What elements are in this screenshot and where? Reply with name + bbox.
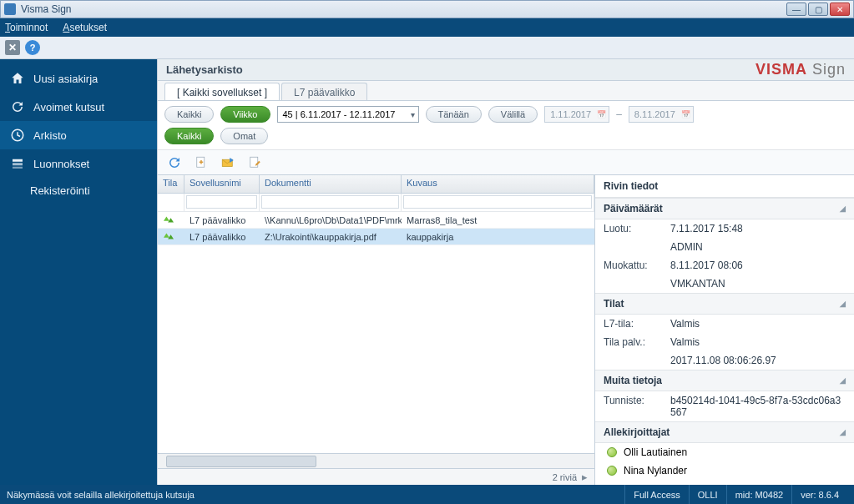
home-icon — [10, 71, 25, 86]
grid-filter-row — [158, 194, 594, 212]
value-muokattu-user: VMKANTAN — [670, 278, 846, 290]
value-tila-palv: Valmis — [670, 336, 846, 348]
menu-toiminnot[interactable]: Toiminnot — [5, 22, 48, 33]
filter-omat-button[interactable]: Omat — [220, 128, 268, 144]
maximize-button[interactable]: ▢ — [808, 3, 828, 16]
window-close-button[interactable]: ✕ — [830, 3, 850, 16]
minimize-button[interactable]: — — [786, 3, 806, 16]
toolstrip: ✕ ? — [0, 37, 854, 59]
label-muokattu: Muokattu: — [604, 260, 670, 271]
cell-desc: kauppakirja — [402, 232, 594, 242]
grid-body: L7 päävalikko \\Kannu\L6pro\Db\Data1\PDF… — [158, 212, 594, 453]
sidebar-item-luonnokset[interactable]: Luonnokset — [0, 149, 157, 178]
sidebar-item-avoimet-kutsut[interactable]: Avoimet kutsut — [0, 93, 157, 121]
date-to-input[interactable]: 8.11.2017 — [629, 106, 694, 123]
send-mail-button[interactable] — [218, 153, 238, 173]
svg-rect-6 — [250, 157, 258, 167]
content-area: Lähetysarkisto VISMA Sign [ Kaikki sovel… — [157, 59, 854, 485]
cell-desc: Marras8_tila_test — [402, 215, 594, 225]
section-header-paivamaarat[interactable]: Päivämäärät◢ — [595, 198, 854, 219]
brand-logo: VISMA Sign — [755, 61, 846, 78]
column-header-dokumentti[interactable]: Dokumentti — [260, 175, 402, 193]
tab-l7-paavalikko[interactable]: L7 päävalikko — [281, 83, 367, 100]
window-title: Visma Sign — [21, 3, 786, 15]
sidebar-item-arkisto[interactable]: Arkisto — [0, 121, 157, 149]
svg-rect-2 — [13, 163, 23, 165]
sidebar: Uusi asiakirja Avoimet kutsut Arkisto Lu… — [0, 59, 157, 485]
collapse-icon: ◢ — [840, 300, 846, 308]
status-version: ver: 8.6.4 — [791, 485, 847, 504]
status-bar: Näkymässä voit selailla allekirjoitettuj… — [0, 485, 854, 504]
filter-input-dokumentti[interactable] — [261, 195, 399, 209]
grid-footer: 2 riviä ▸ — [158, 468, 594, 485]
signer-name: Olli Lautiainen — [624, 446, 687, 458]
cell-doc: \\Kannu\L6pro\Db\Data1\PDF\mrkarhu4.p — [260, 215, 402, 225]
stack-icon — [10, 156, 25, 171]
app-icon — [4, 3, 16, 15]
filter-viikko-button[interactable]: Viikko — [220, 106, 270, 123]
filter-kaikki2-button[interactable]: Kaikki — [164, 128, 214, 144]
details-pane: Rivin tiedot Päivämäärät◢ Luotu: 7.11.20… — [595, 175, 854, 485]
document-plus-icon — [194, 155, 209, 170]
grid-horizontal-scrollbar[interactable] — [158, 453, 594, 468]
signer-row: Olli Lautiainen — [595, 443, 854, 461]
status-ok-icon — [163, 231, 174, 241]
sidebar-item-label: Arkisto — [33, 129, 67, 142]
new-document-button[interactable] — [191, 153, 211, 173]
section-header-muita[interactable]: Muita tietoja◢ — [595, 370, 854, 391]
sidebar-item-rekisterointi[interactable]: Rekisteröinti — [0, 178, 157, 204]
section-header-tilat[interactable]: Tilat◢ — [595, 293, 854, 315]
signer-row: Nina Nylander — [595, 461, 854, 480]
refresh-grid-button[interactable] — [164, 153, 184, 173]
filter-input-kuvaus[interactable] — [403, 195, 592, 209]
cell-app: L7 päävalikko — [184, 215, 260, 225]
refresh-icon — [167, 155, 182, 170]
filter-input-sovellusnimi[interactable] — [186, 195, 257, 209]
filter-valilla-button[interactable]: Välillä — [488, 106, 538, 123]
sidebar-item-label: Avoimet kutsut — [33, 101, 104, 113]
menubar: Toiminnot Asetukset — [0, 18, 854, 37]
close-tab-button[interactable]: ✕ — [5, 40, 20, 55]
label-luotu: Luotu: — [604, 223, 670, 234]
mail-send-icon — [220, 155, 235, 170]
filter-bar: Kaikki Viikko 45 | 6.11.2017 - 12.11.201… — [158, 101, 854, 150]
tabs: [ Kaikki sovellukset ] L7 päävalikko — [158, 81, 854, 101]
details-title: Rivin tiedot — [595, 175, 854, 198]
column-header-sovellusnimi[interactable]: Sovellusnimi — [184, 175, 260, 193]
edit-document-button[interactable] — [245, 153, 265, 173]
page-title: Lähetysarkisto — [166, 63, 243, 76]
status-access: Full Access — [624, 485, 689, 504]
column-header-tila[interactable]: Tila — [158, 175, 184, 193]
value-luotu: 7.11.2017 15:48 — [670, 223, 846, 234]
date-from-input[interactable]: 1.11.2017 — [544, 106, 609, 123]
expand-grid-button[interactable]: ▸ — [582, 471, 588, 483]
help-button[interactable]: ? — [25, 40, 40, 55]
value-tila-timestamp: 2017.11.08 08:06:26.97 — [670, 355, 846, 366]
tab-kaikki-sovellukset[interactable]: [ Kaikki sovellukset ] — [164, 83, 280, 100]
value-muokattu: 8.11.2017 08:06 — [670, 260, 846, 271]
label-l7-tila: L7-tila: — [604, 318, 670, 330]
value-tunniste: b450214d-1041-49c5-8f7a-53cdc06a3567 — [670, 395, 846, 418]
week-select[interactable]: 45 | 6.11.2017 - 12.11.2017 — [277, 106, 419, 123]
section-header-allekirjoittajat[interactable]: Allekirjoittajat◢ — [595, 421, 854, 443]
sidebar-item-uusi-asiakirja[interactable]: Uusi asiakirja — [0, 64, 157, 93]
signer-name: Nina Nylander — [624, 465, 687, 476]
filter-tanaan-button[interactable]: Tänään — [426, 106, 482, 123]
sidebar-item-label: Rekisteröinti — [30, 184, 90, 197]
collapse-icon: ◢ — [840, 204, 846, 213]
table-row[interactable]: L7 päävalikko Z:\Urakointi\kauppakirja.p… — [158, 229, 594, 245]
sidebar-item-label: Luonnokset — [33, 158, 89, 170]
document-edit-icon — [247, 155, 262, 170]
row-count: 2 riviä — [553, 472, 577, 482]
signer-status-icon — [607, 466, 617, 476]
menu-asetukset[interactable]: Asetukset — [63, 22, 107, 33]
filter-kaikki-button[interactable]: Kaikki — [164, 106, 214, 123]
status-user: OLLI — [689, 485, 726, 504]
svg-rect-3 — [13, 167, 23, 169]
column-header-kuvaus[interactable]: Kuvaus — [402, 175, 594, 193]
table-row[interactable]: L7 päävalikko \\Kannu\L6pro\Db\Data1\PDF… — [158, 212, 594, 229]
window-titlebar: Visma Sign — ▢ ✕ — [0, 0, 854, 18]
cell-doc: Z:\Urakointi\kauppakirja.pdf — [260, 232, 402, 242]
status-ok-icon — [163, 214, 174, 224]
value-luotu-user: ADMIN — [670, 241, 846, 253]
